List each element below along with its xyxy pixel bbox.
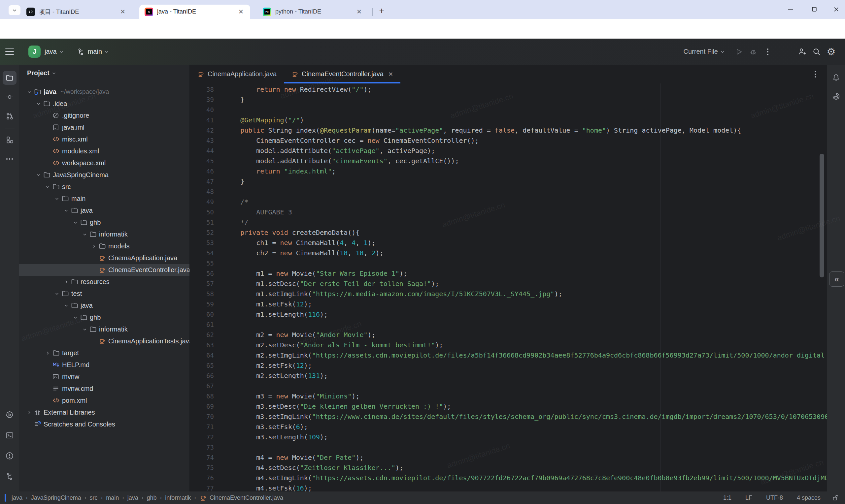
settings-button[interactable]: ⚙ [824, 44, 839, 59]
tree-item-cinemaapplicationtests-java[interactable]: CinemaApplicationTests.java [19, 335, 190, 347]
ai-assistant-icon[interactable] [827, 88, 845, 105]
run-button[interactable] [732, 44, 746, 59]
main-menu-button[interactable] [0, 49, 19, 55]
chevron-right-icon[interactable] [24, 410, 34, 415]
breadcrumb-item[interactable]: CinemaEventController.java [199, 494, 283, 502]
git-branch-selector[interactable]: main [77, 48, 109, 56]
more-tools-icon[interactable] [0, 150, 19, 167]
breadcrumb-item[interactable]: JavaSpringCinema [31, 494, 81, 501]
tree-item-javaspringcinema[interactable]: JavaSpringCinema [19, 169, 190, 181]
code-line[interactable]: 49 /* [190, 197, 827, 207]
code-line[interactable]: 57 m1.setDesc("Der erste Teil der tollen… [190, 279, 827, 289]
chevron-right-icon[interactable] [43, 350, 52, 356]
code-editor[interactable]: 38 return new RedirectView("/");39 }4041… [190, 84, 827, 491]
editor-tab[interactable]: CinemaEventController.java✕ [284, 65, 400, 84]
status-item[interactable]: 4 spaces [797, 494, 821, 501]
tree-item-external-libraries[interactable]: External Libraries [19, 407, 190, 418]
status-item[interactable]: 1:1 [723, 494, 732, 501]
editor-tab[interactable]: CinemaApplication.java [190, 65, 284, 84]
tree-item-src[interactable]: src [19, 181, 190, 193]
git-tool-icon[interactable] [0, 468, 19, 485]
services-tool-icon[interactable] [0, 407, 19, 424]
chevron-down-icon[interactable] [71, 315, 80, 320]
tree-item-resources[interactable]: resources [19, 276, 190, 288]
search-everywhere-button[interactable] [809, 44, 824, 59]
code-line[interactable]: 62 m2 = new Movie("Andor Movie"); [190, 330, 827, 340]
code-line[interactable]: 51 */ [190, 217, 827, 228]
code-line[interactable]: 41 @GetMapping("/") [190, 115, 827, 125]
code-line[interactable]: 61 [190, 320, 827, 330]
code-line[interactable]: 48 [190, 187, 827, 197]
chevron-right-icon[interactable] [89, 244, 99, 249]
tree-item-scratches-and-consoles[interactable]: Scratches and Consoles [19, 418, 190, 430]
code-line[interactable]: 66 m2.setLength(131); [190, 371, 827, 381]
code-line[interactable]: 38 return new RedirectView("/"); [190, 85, 827, 95]
browser-tab[interactable]: IEjava - TitanIDE✕ [139, 5, 250, 19]
tree-item-cinemaapplication-java[interactable]: CinemaApplication.java [19, 252, 190, 264]
breadcrumb-item[interactable]: informatik [165, 494, 191, 501]
notifications-bell-icon[interactable] [827, 69, 845, 86]
status-item[interactable]: LF [745, 494, 752, 501]
chevron-down-icon[interactable] [71, 220, 80, 225]
code-line[interactable]: 75 m4.setDesc("Zeitloser Klassiker..."); [190, 463, 827, 473]
tree-item-target[interactable]: target [19, 347, 190, 359]
chevron-down-icon[interactable] [80, 327, 89, 332]
status-item[interactable]: UTF-8 [766, 494, 783, 501]
code-line[interactable]: 43 CinemaEventController cec = new Cinem… [190, 136, 827, 146]
window-maximize-button[interactable] [807, 4, 822, 15]
chevron-down-icon[interactable] [52, 291, 61, 296]
new-tab-button[interactable]: + [376, 5, 387, 16]
code-line[interactable]: 47 } [190, 177, 827, 187]
problems-tool-icon[interactable] [0, 447, 19, 464]
chevron-right-icon[interactable] [61, 280, 71, 284]
tree-item-models[interactable]: models [19, 240, 190, 252]
chevron-down-icon[interactable] [34, 173, 43, 178]
tree-item-workspace-xml[interactable]: workspace.xml [19, 157, 190, 169]
run-config-selector[interactable]: Current File [684, 48, 718, 55]
breadcrumb-item[interactable]: java [127, 494, 138, 501]
tree-item-mvnw-cmd[interactable]: mvnw.cmd [19, 383, 190, 395]
browser-tab[interactable]: 项目 - TitanIDE✕ [21, 5, 132, 19]
code-line[interactable]: 45 model.addAttribute("cinemaEvents", ce… [190, 156, 827, 166]
project-tool-icon[interactable] [0, 69, 19, 86]
chevron-down-icon[interactable] [43, 184, 52, 189]
project-selector[interactable]: java [45, 48, 57, 55]
project-panel-header[interactable]: Project [27, 69, 56, 77]
browser-tab[interactable]: PCpython - TitanIDE✕ [258, 5, 368, 19]
code-line[interactable]: 65 m2.setFsk(12); [190, 361, 827, 371]
tree-item-ghb[interactable]: ghb [19, 216, 190, 228]
code-with-me-button[interactable] [795, 44, 809, 59]
tab-search-button[interactable] [8, 5, 20, 15]
project-badge[interactable]: J [29, 46, 40, 58]
tree-item-java[interactable]: java [19, 204, 190, 216]
code-line[interactable]: 50 AUFGABE 3 [190, 207, 827, 217]
tree-item--idea[interactable]: .idea [19, 97, 190, 109]
code-line[interactable]: 71 m3.setFsk(6); [190, 422, 827, 432]
breadcrumb-item[interactable]: ghb [147, 494, 157, 501]
code-line[interactable]: 77 m4.setFsk(16); [190, 483, 827, 491]
close-tab-icon[interactable]: ✕ [354, 8, 364, 16]
code-line[interactable]: 55 [190, 258, 827, 269]
tree-item-cinemaeventcontroller-java[interactable]: CinemaEventController.java [19, 264, 190, 276]
tree-item-java[interactable]: java [19, 300, 190, 311]
code-line[interactable]: 59 m1.setFsk(12); [190, 299, 827, 309]
unlock-icon[interactable] [832, 494, 839, 501]
breadcrumb-item[interactable]: src [89, 494, 98, 501]
tree-item-modules-xml[interactable]: modules.xml [19, 145, 190, 157]
code-line[interactable]: 42 public String index(@RequestParam(nam… [190, 125, 827, 136]
tree-item-test[interactable]: test [19, 288, 190, 300]
code-line[interactable]: 67 [190, 381, 827, 391]
tree-item-informatik[interactable]: informatik [19, 323, 190, 335]
code-line[interactable]: 60 m1.setLength(116); [190, 309, 827, 320]
code-line[interactable]: 52 private void createDemoData(){ [190, 228, 827, 238]
code-line[interactable]: 44 model.addAttribute("activePage", acti… [190, 146, 827, 156]
close-tab-icon[interactable]: ✕ [118, 8, 127, 16]
collapse-panel-button[interactable]: « [829, 271, 844, 287]
code-line[interactable]: 72 m3.setLength(109); [190, 432, 827, 442]
code-line[interactable]: 68 m3 = new Movie("Minions"); [190, 391, 827, 401]
chevron-down-icon[interactable] [61, 208, 71, 213]
code-line[interactable]: 64 m2.setImgLink("https://assets.cdn.mov… [190, 350, 827, 361]
more-actions-button[interactable] [760, 44, 775, 59]
tree-item-mvnw[interactable]: mvnw [19, 371, 190, 383]
tree-item-informatik[interactable]: informatik [19, 228, 190, 240]
